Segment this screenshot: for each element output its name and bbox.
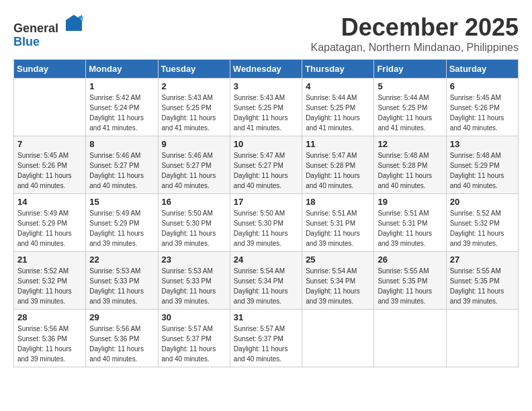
table-row: 25 Sunrise: 5:54 AM Sunset: 5:34 PM Dayl… (302, 252, 374, 310)
day-number: 30 (162, 312, 226, 322)
col-monday: Monday (86, 60, 158, 79)
day-info: Sunrise: 5:46 AM Sunset: 5:27 PM Dayligh… (89, 150, 154, 191)
day-info: Sunrise: 5:57 AM Sunset: 5:37 PM Dayligh… (234, 324, 298, 364)
day-info: Sunrise: 5:44 AM Sunset: 5:25 PM Dayligh… (378, 93, 442, 133)
table-row: 29 Sunrise: 5:56 AM Sunset: 5:36 PM Dayl… (86, 310, 158, 367)
day-info: Sunrise: 5:45 AM Sunset: 5:26 PM Dayligh… (450, 93, 515, 133)
calendar-week-row: 21 Sunrise: 5:52 AM Sunset: 5:32 PM Dayl… (14, 252, 519, 310)
calendar-week-row: 14 Sunrise: 5:49 AM Sunset: 5:29 PM Dayl… (14, 194, 519, 252)
table-row: 13 Sunrise: 5:48 AM Sunset: 5:29 PM Dayl… (446, 136, 518, 194)
day-number: 19 (378, 197, 442, 207)
day-number: 9 (162, 139, 226, 149)
table-row: 26 Sunrise: 5:55 AM Sunset: 5:35 PM Dayl… (374, 252, 446, 310)
day-number: 11 (306, 139, 370, 149)
table-row: 27 Sunrise: 5:55 AM Sunset: 5:35 PM Dayl… (446, 252, 518, 310)
day-number: 25 (306, 255, 370, 265)
table-row: 12 Sunrise: 5:48 AM Sunset: 5:28 PM Dayl… (374, 136, 446, 194)
logo-text: General (13, 13, 83, 36)
day-info: Sunrise: 5:56 AM Sunset: 5:36 PM Dayligh… (17, 324, 82, 364)
title-area: December 2025 Kapatagan, Northern Mindan… (310, 13, 519, 54)
logo-icon (64, 13, 83, 32)
day-info: Sunrise: 5:45 AM Sunset: 5:26 PM Dayligh… (17, 150, 82, 191)
day-number: 7 (17, 139, 82, 149)
day-number: 17 (234, 197, 298, 207)
day-info: Sunrise: 5:47 AM Sunset: 5:28 PM Dayligh… (306, 150, 370, 191)
table-row: 15 Sunrise: 5:49 AM Sunset: 5:29 PM Dayl… (86, 194, 158, 252)
table-row: 19 Sunrise: 5:51 AM Sunset: 5:31 PM Dayl… (374, 194, 446, 252)
day-number: 4 (306, 81, 370, 91)
table-row: 28 Sunrise: 5:56 AM Sunset: 5:36 PM Dayl… (14, 310, 86, 367)
day-info: Sunrise: 5:49 AM Sunset: 5:29 PM Dayligh… (17, 208, 82, 248)
day-info: Sunrise: 5:49 AM Sunset: 5:29 PM Dayligh… (89, 208, 154, 248)
page-header: General Blue December 2025 Kapatagan, No… (13, 13, 519, 54)
day-info: Sunrise: 5:54 AM Sunset: 5:34 PM Dayligh… (234, 266, 298, 306)
day-info: Sunrise: 5:46 AM Sunset: 5:27 PM Dayligh… (162, 150, 226, 191)
table-row: 23 Sunrise: 5:53 AM Sunset: 5:33 PM Dayl… (158, 252, 230, 310)
day-info: Sunrise: 5:48 AM Sunset: 5:28 PM Dayligh… (378, 150, 442, 191)
calendar-header-row: Sunday Monday Tuesday Wednesday Thursday… (14, 60, 519, 79)
table-row: 1 Sunrise: 5:42 AM Sunset: 5:24 PM Dayli… (86, 79, 158, 136)
day-number: 14 (17, 197, 82, 207)
table-row: 11 Sunrise: 5:47 AM Sunset: 5:28 PM Dayl… (302, 136, 374, 194)
day-number: 8 (89, 139, 154, 149)
day-info: Sunrise: 5:48 AM Sunset: 5:29 PM Dayligh… (450, 150, 515, 191)
col-sunday: Sunday (14, 60, 86, 79)
table-row: 6 Sunrise: 5:45 AM Sunset: 5:26 PM Dayli… (446, 79, 518, 136)
table-row: 7 Sunrise: 5:45 AM Sunset: 5:26 PM Dayli… (14, 136, 86, 194)
calendar-week-row: 7 Sunrise: 5:45 AM Sunset: 5:26 PM Dayli… (14, 136, 519, 194)
table-row: 4 Sunrise: 5:44 AM Sunset: 5:25 PM Dayli… (302, 79, 374, 136)
table-row: 24 Sunrise: 5:54 AM Sunset: 5:34 PM Dayl… (230, 252, 302, 310)
col-thursday: Thursday (302, 60, 374, 79)
calendar-week-row: 1 Sunrise: 5:42 AM Sunset: 5:24 PM Dayli… (14, 79, 519, 136)
day-number: 26 (378, 255, 442, 265)
logo-general: General (13, 21, 58, 35)
table-row: 3 Sunrise: 5:43 AM Sunset: 5:25 PM Dayli… (230, 79, 302, 136)
day-number: 23 (162, 255, 226, 265)
col-tuesday: Tuesday (158, 60, 230, 79)
table-row (302, 310, 374, 367)
day-info: Sunrise: 5:53 AM Sunset: 5:33 PM Dayligh… (162, 266, 226, 306)
table-row: 21 Sunrise: 5:52 AM Sunset: 5:32 PM Dayl… (14, 252, 86, 310)
day-info: Sunrise: 5:43 AM Sunset: 5:25 PM Dayligh… (162, 93, 226, 133)
location-subtitle: Kapatagan, Northern Mindanao, Philippine… (310, 42, 519, 54)
day-number: 16 (162, 197, 226, 207)
day-number: 1 (89, 81, 154, 91)
day-number: 20 (450, 197, 515, 207)
table-row: 22 Sunrise: 5:53 AM Sunset: 5:33 PM Dayl… (86, 252, 158, 310)
table-row: 18 Sunrise: 5:51 AM Sunset: 5:31 PM Dayl… (302, 194, 374, 252)
table-row: 5 Sunrise: 5:44 AM Sunset: 5:25 PM Dayli… (374, 79, 446, 136)
table-row: 10 Sunrise: 5:47 AM Sunset: 5:27 PM Dayl… (230, 136, 302, 194)
table-row: 2 Sunrise: 5:43 AM Sunset: 5:25 PM Dayli… (158, 79, 230, 136)
day-info: Sunrise: 5:55 AM Sunset: 5:35 PM Dayligh… (378, 266, 442, 306)
table-row (446, 310, 518, 367)
day-info: Sunrise: 5:43 AM Sunset: 5:25 PM Dayligh… (234, 93, 298, 133)
day-number: 29 (89, 312, 154, 322)
day-number: 24 (234, 255, 298, 265)
day-info: Sunrise: 5:52 AM Sunset: 5:32 PM Dayligh… (17, 266, 82, 306)
day-number: 5 (378, 81, 442, 91)
col-wednesday: Wednesday (230, 60, 302, 79)
day-number: 21 (17, 255, 82, 265)
day-info: Sunrise: 5:50 AM Sunset: 5:30 PM Dayligh… (234, 208, 298, 248)
day-number: 31 (234, 312, 298, 322)
day-info: Sunrise: 5:52 AM Sunset: 5:32 PM Dayligh… (450, 208, 515, 248)
table-row: 30 Sunrise: 5:57 AM Sunset: 5:37 PM Dayl… (158, 310, 230, 367)
day-info: Sunrise: 5:42 AM Sunset: 5:24 PM Dayligh… (89, 93, 154, 133)
day-info: Sunrise: 5:51 AM Sunset: 5:31 PM Dayligh… (306, 208, 370, 248)
day-info: Sunrise: 5:56 AM Sunset: 5:36 PM Dayligh… (89, 324, 154, 364)
day-info: Sunrise: 5:44 AM Sunset: 5:25 PM Dayligh… (306, 93, 370, 133)
day-info: Sunrise: 5:51 AM Sunset: 5:31 PM Dayligh… (378, 208, 442, 248)
calendar-table: Sunday Monday Tuesday Wednesday Thursday… (13, 59, 519, 367)
logo: General Blue (13, 13, 83, 49)
day-number: 15 (89, 197, 154, 207)
table-row: 20 Sunrise: 5:52 AM Sunset: 5:32 PM Dayl… (446, 194, 518, 252)
day-info: Sunrise: 5:47 AM Sunset: 5:27 PM Dayligh… (234, 150, 298, 191)
table-row (374, 310, 446, 367)
day-number: 18 (306, 197, 370, 207)
col-friday: Friday (374, 60, 446, 79)
calendar-week-row: 28 Sunrise: 5:56 AM Sunset: 5:36 PM Dayl… (14, 310, 519, 367)
day-info: Sunrise: 5:54 AM Sunset: 5:34 PM Dayligh… (306, 266, 370, 306)
table-row: 17 Sunrise: 5:50 AM Sunset: 5:30 PM Dayl… (230, 194, 302, 252)
day-number: 3 (234, 81, 298, 91)
day-number: 13 (450, 139, 515, 149)
